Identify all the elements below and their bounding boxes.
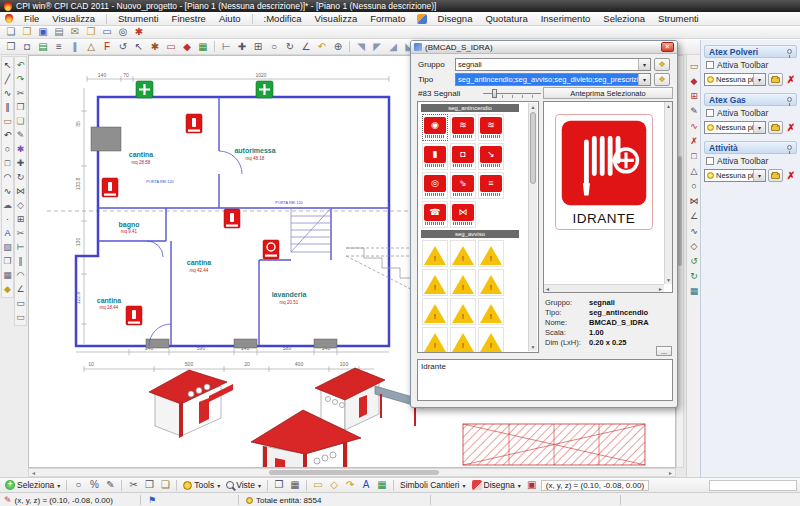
ruler-icon[interactable]: ▭ bbox=[688, 60, 700, 72]
palette-tile-warning[interactable]: ! bbox=[478, 269, 504, 296]
text-a-icon[interactable]: A bbox=[359, 479, 373, 492]
seleziona-button[interactable]: Seleziona bbox=[3, 480, 62, 490]
attiva-toolbar-checkbox-row[interactable]: Attiva Toolbar bbox=[706, 156, 797, 166]
extend-icon[interactable]: ⊢ bbox=[15, 241, 26, 253]
canvas-horizontal-scrollbar[interactable]: ◄ ► bbox=[28, 468, 676, 477]
simboli-cantieri-button[interactable]: Simboli Cantieri bbox=[398, 480, 468, 490]
palette-tile-bowtie[interactable]: ⋈ bbox=[450, 201, 476, 228]
browse-folder-button[interactable] bbox=[768, 73, 783, 86]
triangle-icon[interactable]: △ bbox=[688, 165, 700, 177]
hatch-icon[interactable]: ▨ bbox=[2, 241, 13, 253]
extinguisher-sign[interactable] bbox=[102, 178, 118, 197]
chamfer-icon[interactable]: ∠ bbox=[15, 283, 26, 295]
palette-tile-warning[interactable]: ! bbox=[450, 298, 476, 325]
list-icon[interactable]: ≡ bbox=[52, 40, 66, 53]
copy2-icon[interactable]: ❐ bbox=[15, 101, 26, 113]
scale-icon[interactable]: ◇ bbox=[15, 199, 26, 211]
cloud-icon[interactable]: ☁ bbox=[2, 199, 13, 211]
menu-inserimento[interactable]: Inserimento bbox=[539, 13, 593, 24]
block-green-icon[interactable]: ▦ bbox=[196, 40, 210, 53]
arc-icon[interactable]: ◠ bbox=[2, 171, 13, 183]
description-textbox[interactable]: Idrante bbox=[417, 359, 673, 401]
diamond-icon[interactable]: ◇ bbox=[688, 240, 700, 252]
copy-image-icon[interactable]: ❐ bbox=[272, 479, 286, 492]
copy-block-icon[interactable]: ❐ bbox=[2, 255, 13, 267]
zoom-icon[interactable]: ◎ bbox=[116, 26, 130, 39]
pen-icon[interactable]: ✎ bbox=[688, 105, 700, 117]
close-button[interactable] bbox=[661, 42, 674, 52]
redo-green-icon[interactable]: ↻ bbox=[688, 270, 700, 282]
magic-icon[interactable]: ✱ bbox=[15, 143, 26, 155]
curve-red-icon[interactable]: ∿ bbox=[688, 120, 700, 132]
panel-header-attivita[interactable]: Attività bbox=[704, 141, 797, 154]
parallel-icon[interactable]: ∥ bbox=[2, 101, 13, 113]
menu-quotatura[interactable]: Quotatura bbox=[483, 13, 529, 24]
gruppo-combobox[interactable]: segnali bbox=[455, 58, 651, 71]
offset-icon[interactable]: ∥ bbox=[15, 255, 26, 267]
line-icon[interactable]: ╱ bbox=[2, 73, 13, 85]
circle-icon[interactable]: ○ bbox=[688, 180, 700, 192]
palette-tile-extinguisher[interactable]: ▮ bbox=[422, 143, 448, 170]
database-icon[interactable]: ▣ bbox=[525, 479, 539, 492]
erase-icon[interactable]: ▭ bbox=[164, 40, 178, 53]
palette-tile-warning[interactable]: ! bbox=[478, 298, 504, 325]
scroll-up-icon[interactable]: ▲ bbox=[665, 103, 672, 109]
tools-button[interactable]: Tools bbox=[181, 480, 222, 490]
grid-dots-icon[interactable]: ⊞ bbox=[688, 90, 700, 102]
menu-aiuto[interactable]: Aiuto bbox=[217, 13, 243, 24]
palette-tile-coil[interactable]: ◎ bbox=[422, 172, 448, 199]
polyline-icon[interactable]: ∿ bbox=[2, 87, 13, 99]
mdi-child-icon[interactable] bbox=[5, 14, 13, 23]
browse-folder-button[interactable] bbox=[768, 121, 783, 134]
snap-icon[interactable]: ✚ bbox=[235, 40, 249, 53]
fill-red-icon[interactable]: ◆ bbox=[688, 75, 700, 87]
undo-icon[interactable]: ↶ bbox=[15, 59, 26, 71]
palette-tile-warning[interactable]: ! bbox=[450, 240, 476, 267]
menu-strumenti-2[interactable]: Strumenti bbox=[656, 13, 701, 24]
sign-palette[interactable]: seg_antincendio◉≋≋▮◘↘◎⇘≡☎⋈seg_avviso!!!!… bbox=[417, 101, 539, 353]
copy-icon[interactable]: ❐ bbox=[142, 479, 156, 492]
undo-arc-icon[interactable]: ↶ bbox=[2, 129, 13, 141]
circle-snap-icon[interactable]: ○ bbox=[267, 40, 281, 53]
print-icon[interactable]: ▤ bbox=[52, 26, 66, 39]
palette-scrollbar[interactable]: ▲ ▼ bbox=[528, 103, 537, 351]
menu-visualizza-2[interactable]: Visualizza bbox=[313, 13, 360, 24]
measure2-icon[interactable]: ▭ bbox=[15, 297, 26, 309]
grid-green-icon[interactable]: ▦ bbox=[375, 479, 389, 492]
window-icon[interactable]: ▭ bbox=[100, 26, 114, 39]
scroll-thumb[interactable] bbox=[530, 112, 536, 184]
sign-size-slider[interactable] bbox=[483, 89, 541, 99]
angle-icon[interactable]: ∠ bbox=[688, 210, 700, 222]
menu-formato[interactable]: Formato bbox=[368, 13, 407, 24]
undo-yellow-icon[interactable]: ↶ bbox=[315, 40, 329, 53]
viste-button[interactable]: Viste bbox=[224, 480, 263, 490]
extinguisher-sign[interactable] bbox=[224, 209, 240, 228]
menu-seleziona[interactable]: Seleziona bbox=[601, 13, 647, 24]
lasso-icon[interactable]: ○ bbox=[71, 479, 85, 492]
view-nw-icon[interactable]: ◤ bbox=[370, 40, 384, 53]
tipo-combobox[interactable]: seg_antincendio;seg_avviso;seg_divieto;s… bbox=[455, 73, 651, 86]
view-ne-icon[interactable]: ◥ bbox=[354, 40, 368, 53]
stamp-icon[interactable]: ◘ bbox=[20, 40, 34, 53]
palette-tile-warning[interactable]: ! bbox=[422, 327, 448, 353]
checkbox[interactable] bbox=[706, 61, 714, 69]
scroll-right-icon[interactable]: ► bbox=[666, 470, 675, 476]
save-icon[interactable]: ▣ bbox=[36, 26, 50, 39]
angle-icon[interactable]: ∠ bbox=[299, 40, 313, 53]
palette-tile-text-sign[interactable]: ≋ bbox=[450, 114, 476, 141]
polygon-yellow-icon[interactable]: ◇ bbox=[327, 479, 341, 492]
gruppo-filter-button[interactable] bbox=[654, 58, 670, 71]
attiva-toolbar-checkbox-row[interactable]: Attiva Toolbar bbox=[706, 108, 797, 118]
mail-icon[interactable]: ✉ bbox=[68, 26, 82, 39]
extinguisher-sign[interactable] bbox=[186, 114, 202, 133]
folder-up-icon[interactable]: ❐ bbox=[84, 26, 98, 39]
letter-f-icon[interactable]: F bbox=[100, 40, 114, 53]
command-input[interactable] bbox=[709, 480, 797, 491]
palette-tile-warning[interactable]: ! bbox=[422, 298, 448, 325]
extinguisher-sign[interactable] bbox=[126, 306, 142, 325]
rect-icon[interactable]: □ bbox=[688, 150, 700, 162]
alarm-sign[interactable] bbox=[263, 240, 279, 259]
pin-icon[interactable] bbox=[787, 97, 792, 102]
ruler-icon[interactable]: ▭ bbox=[15, 311, 26, 323]
delete-icon[interactable]: ✗ bbox=[688, 135, 700, 147]
